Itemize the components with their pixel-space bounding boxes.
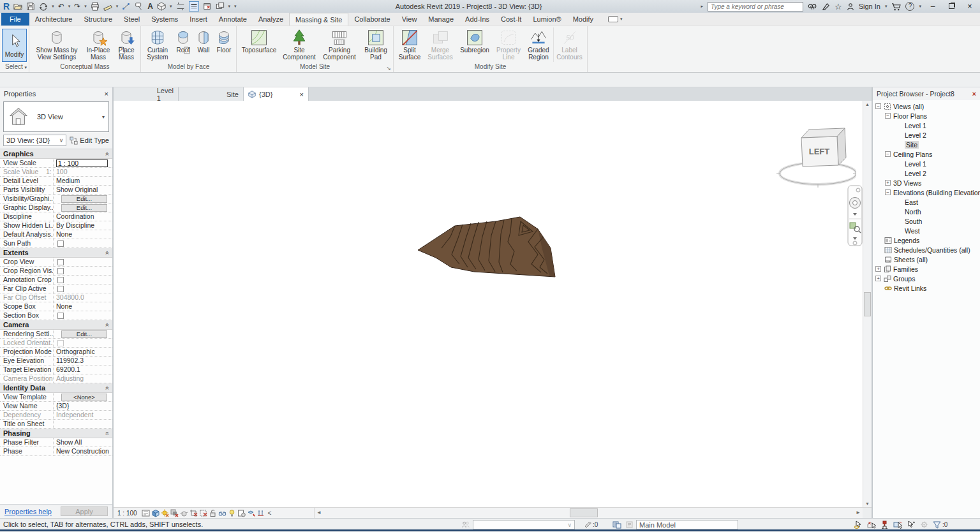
editing-requests-icon[interactable]: :0 [584,521,598,528]
vertical-scroll-thumb[interactable] [864,292,871,316]
prop-row-graphic-display[interactable]: Graphic Display...Edit... [0,203,112,212]
select-underlay-icon[interactable] [867,521,876,529]
expand-icon[interactable]: + [875,276,881,281]
show-mass-button[interactable]: Show Mass by View Settings [31,27,82,62]
tree-ceiling-level2[interactable]: Level 2 [873,168,980,178]
scroll-down-icon[interactable]: ▼ [863,501,872,506]
redo-icon[interactable]: ↷ [74,3,80,10]
panel-label-conceptual-mass[interactable]: Conceptual Mass [29,63,140,72]
prop-row-far-clip-active[interactable]: Far Clip Active [0,284,112,293]
undo-icon[interactable]: ↶ [58,3,64,10]
properties-help-link[interactable]: Properties help [4,508,52,515]
tab-annotate[interactable]: Annotate [213,13,253,26]
horizontal-scrollbar[interactable]: ◄ ► [314,507,863,518]
tag-icon[interactable] [135,2,144,11]
modify-button[interactable]: Modify [2,29,27,62]
search-input[interactable] [708,2,803,11]
prop-row-sun-path[interactable]: Sun Path [0,239,112,248]
tree-3d-views[interactable]: +3D Views [873,178,980,188]
view-template-button[interactable]: <None> [61,394,107,401]
thin-lines-icon[interactable] [189,1,199,11]
design-options-icon[interactable] [612,521,621,529]
prop-row-phase-filter[interactable]: Phase FilterShow All [0,438,112,447]
tree-elevation-south[interactable]: South [873,216,980,226]
tree-ceiling-plans[interactable]: −Ceiling Plans [873,149,980,159]
toposurface-button[interactable]: Toposurface [239,27,279,62]
navigation-bar[interactable] [847,185,863,246]
show-crop-region-icon[interactable] [199,509,207,517]
view-tab-site[interactable]: Site [179,87,244,101]
selection-filter[interactable]: :0 [933,521,947,529]
scroll-up-icon[interactable]: ▲ [863,102,872,107]
sign-in-dropdown-icon[interactable]: ▾ [885,4,887,9]
tree-ceiling-level1[interactable]: Level 1 [873,159,980,168]
tree-families[interactable]: +Families [873,264,980,274]
annotation-crop-checkbox[interactable] [57,277,64,283]
sun-path-checkbox[interactable] [57,240,64,247]
expand-icon[interactable]: + [875,266,881,272]
prop-row-section-box[interactable]: Section Box [0,311,112,320]
communication-center-icon[interactable] [822,3,830,11]
select-pinned-icon[interactable] [880,521,889,529]
view-tab-level1[interactable]: Level 1 [114,87,179,101]
wall-button[interactable]: Wall [194,27,213,62]
floor-button[interactable]: Floor [214,27,234,62]
view-tab-close-icon[interactable]: × [300,91,304,98]
tab-systems[interactable]: Systems [145,13,184,26]
scroll-right-icon[interactable]: ► [856,510,861,515]
show-displacement-sets-icon[interactable] [247,509,255,517]
section-identity-data[interactable]: Identity Data» [0,383,112,393]
type-selector-dropdown-icon[interactable]: ▾ [102,114,108,120]
section-extents[interactable]: Extents» [0,248,112,258]
tab-file[interactable]: File [1,13,29,26]
roof-button[interactable]: Roof [173,27,193,62]
tab-manage[interactable]: Manage [422,13,459,26]
close-button[interactable]: × [963,2,977,11]
temporary-hide-isolate-icon[interactable] [218,509,226,517]
properties-close-icon[interactable]: × [105,90,108,98]
horizontal-scroll-thumb[interactable] [570,508,598,517]
view-scale-input[interactable] [56,159,108,167]
tab-lumion[interactable]: Lumion® [527,13,567,26]
prop-row-discipline[interactable]: DisciplineCoordination [0,212,112,221]
tab-insert[interactable]: Insert [184,13,213,26]
tab-view[interactable]: View [396,13,423,26]
tree-floorplan-level2[interactable]: Level 2 [873,130,980,140]
panel-label-modify-site[interactable]: Modify Site [394,63,587,72]
switch-windows-dropdown-icon[interactable]: ▾ [228,4,231,9]
prop-row-projection-mode[interactable]: Projection ModeOrthographic [0,348,112,357]
prop-row-parts-visibility[interactable]: Parts VisibilityShow Original [0,186,112,195]
undo-dropdown-icon[interactable]: ▾ [68,4,71,9]
revit-logo-icon[interactable]: R [3,1,10,11]
instance-selector[interactable]: 3D View: {3D} ∨ [3,135,66,146]
visibility-edit-button[interactable]: Edit... [61,195,107,203]
scroll-left-icon[interactable]: ◄ [316,510,322,515]
tree-elevation-north[interactable]: North [873,207,980,216]
split-surface-button[interactable]: Split Surface [396,27,424,62]
graded-region-button[interactable]: Graded Region [524,27,553,62]
prop-row-annotation-crop[interactable]: Annotation Crop [0,276,112,284]
default-3d-view-icon[interactable] [157,2,166,11]
show-rendering-dialog-icon[interactable] [180,509,188,517]
subregion-button[interactable]: Subregion [457,27,493,62]
toposurface-model[interactable] [402,203,561,283]
drag-on-selection-icon[interactable] [907,521,916,529]
measure-icon[interactable] [103,2,112,11]
prop-row-crop-region-visible[interactable]: Crop Region Vis... [0,267,112,276]
shadows-icon[interactable] [170,509,179,517]
section-box-checkbox[interactable] [57,313,64,319]
open-icon[interactable] [13,2,22,11]
prop-row-eye-elevation[interactable]: Eye Elevation119902.3 [0,357,112,366]
prop-row-view-template[interactable]: View Template<None> [0,393,112,402]
section-graphics[interactable]: Graphics» [0,149,112,159]
expand-icon[interactable]: + [885,180,891,186]
crop-view-checkbox[interactable] [57,259,64,265]
project-browser-close-icon[interactable]: × [972,90,976,98]
tree-elevation-west[interactable]: West [873,226,980,235]
unlocked-3d-view-icon[interactable] [209,509,217,517]
tree-floorplan-level1[interactable]: Level 1 [873,121,980,130]
prop-row-title-on-sheet[interactable]: Title on Sheet [0,420,112,429]
tab-steel[interactable]: Steel [118,13,145,26]
collapse-icon[interactable]: − [885,151,891,157]
collapse-icon[interactable]: − [885,113,891,119]
